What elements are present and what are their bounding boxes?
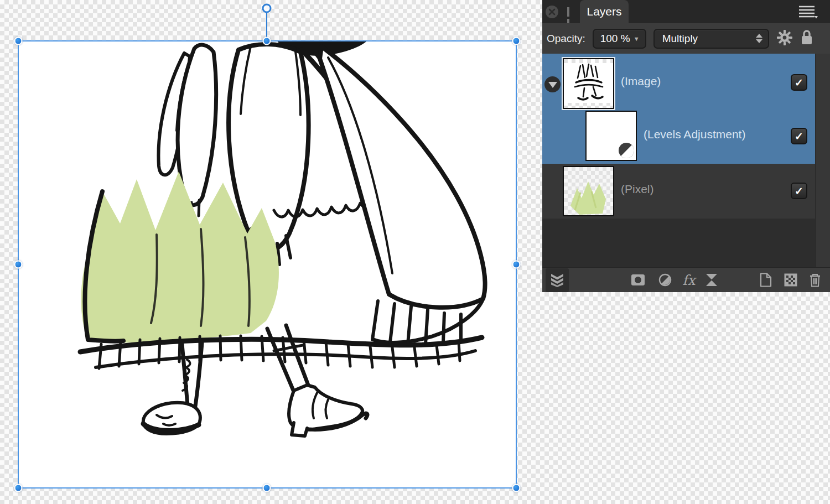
panel-menu-button[interactable] (799, 6, 818, 19)
rotation-handle[interactable] (262, 4, 272, 13)
delete-layer-trash-icon[interactable] (809, 273, 821, 287)
layer-label-pixel: (Pixel) (621, 183, 654, 196)
handle-top-center[interactable] (263, 37, 271, 45)
layers-bottom-toolbar: fx (542, 267, 830, 292)
clip-hourglass-icon[interactable] (705, 273, 718, 287)
blend-mode-dropdown[interactable]: Multiply (653, 29, 769, 49)
check-icon: ✓ (795, 130, 803, 143)
layer-label-levels-adjustment: (Levels Adjustment) (644, 128, 745, 141)
layers-panel: Layers Opacity: 100 % ▼ Multiply (542, 0, 830, 292)
layer-effects-fx-icon[interactable]: fx (682, 272, 695, 288)
opacity-label: Opacity: (547, 33, 585, 45)
ink-sketch-figure (18, 41, 516, 488)
layers-stack-icon[interactable] (550, 273, 564, 287)
tab-layers-label: Layers (587, 5, 621, 18)
handle-bottom-left[interactable] (14, 484, 23, 492)
layer-visibility-checkbox-image[interactable]: ✓ (791, 74, 807, 91)
layer-row-pixel[interactable]: (Pixel) ✓ (542, 164, 815, 219)
handle-middle-right[interactable] (512, 261, 521, 269)
expand-layer-arrow[interactable] (544, 76, 561, 92)
layers-list: (Image) ✓ (Levels Adjustment) ✓ (542, 54, 830, 267)
mask-layer-icon[interactable] (631, 274, 645, 286)
layer-thumbnail-image[interactable] (563, 58, 614, 109)
opacity-dropdown[interactable]: 100 % ▼ (593, 29, 646, 49)
handle-top-left[interactable] (14, 37, 23, 45)
stepper-arrows-icon (756, 34, 762, 43)
triangle-down-icon (548, 82, 557, 88)
scrollbar-track[interactable] (815, 54, 830, 267)
check-icon: ✓ (795, 185, 803, 198)
adjustment-layer-icon[interactable] (658, 273, 672, 287)
collapse-bars-icon[interactable] (567, 7, 574, 17)
layer-label-image: (Image) (621, 75, 661, 88)
blend-mode-value: Multiply (662, 33, 698, 45)
tab-layers[interactable]: Layers (580, 0, 629, 23)
handle-bottom-right[interactable] (512, 484, 521, 492)
layer-visibility-checkbox-levels[interactable]: ✓ (791, 128, 807, 144)
opacity-value: 100 % (600, 33, 630, 45)
lock-icon[interactable] (800, 29, 813, 48)
gear-icon[interactable] (777, 30, 792, 48)
handle-bottom-center[interactable] (263, 484, 271, 492)
new-layer-icon[interactable] (760, 273, 772, 287)
close-panel-button[interactable] (546, 6, 558, 18)
hamburger-menu-icon (799, 6, 818, 19)
layer-visibility-checkbox-pixel[interactable]: ✓ (791, 183, 807, 199)
new-pixel-layer-icon[interactable] (784, 273, 797, 287)
selected-image-object[interactable] (18, 41, 516, 488)
layer-options-toolbar: Opacity: 100 % ▼ Multiply (542, 23, 830, 54)
layer-thumbnail-pixel[interactable] (563, 166, 614, 216)
layers-list-empty-area (542, 219, 815, 267)
chevron-down-icon: ▼ (634, 35, 640, 42)
panel-tab-bar: Layers (542, 0, 830, 23)
handle-top-right[interactable] (512, 37, 521, 45)
close-icon (548, 8, 556, 15)
handle-middle-left[interactable] (14, 261, 23, 269)
layer-row-image-selected[interactable]: (Image) ✓ (Levels Adjustment) ✓ (542, 54, 815, 164)
check-icon: ✓ (795, 76, 803, 89)
layer-thumbnail-levels-adjustment[interactable] (585, 111, 637, 161)
